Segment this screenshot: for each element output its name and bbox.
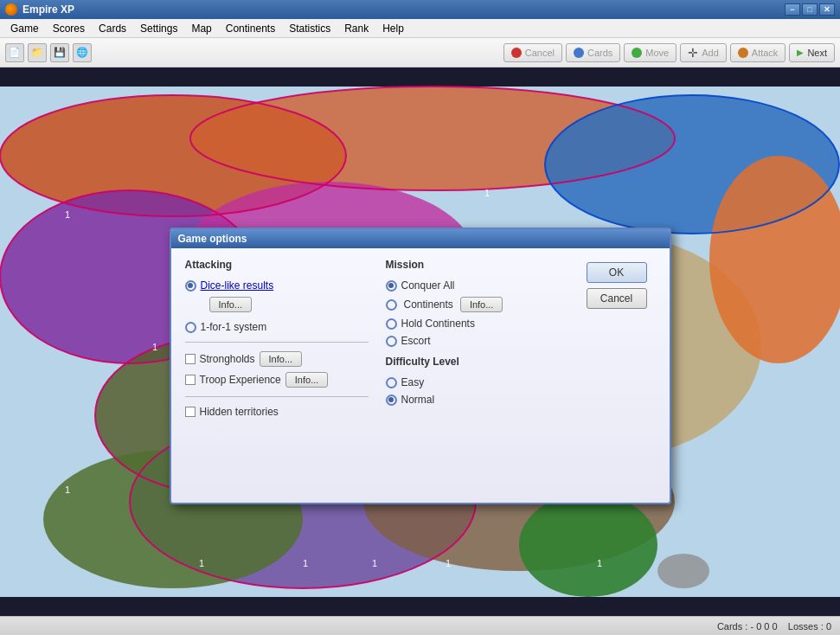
normal-row: Normal	[386, 394, 569, 406]
cards-icon	[574, 48, 584, 58]
continents-radio[interactable]	[386, 299, 397, 311]
cards-label: Cards :	[717, 621, 747, 632]
hidden-territories-checkbox[interactable]	[185, 407, 196, 417]
strongholds-info-button[interactable]: Info...	[260, 351, 303, 367]
strongholds-label: Strongholds	[200, 353, 255, 365]
one-for-one-row: 1-for-1 system	[185, 321, 369, 333]
info-icon[interactable]: 🌐	[73, 43, 92, 62]
troop-exp-label: Troop Experience	[200, 374, 281, 386]
hidden-territories-label: Hidden territories	[200, 406, 279, 418]
menu-item-settings[interactable]: Settings	[133, 21, 184, 36]
normal-radio[interactable]	[386, 394, 397, 406]
new-game-icon[interactable]: 📄	[5, 43, 24, 62]
easy-label: Easy	[401, 376, 425, 388]
maximize-button[interactable]: □	[802, 3, 818, 16]
open-icon[interactable]: 📁	[28, 43, 47, 62]
escort-row: Escort	[386, 335, 569, 347]
menu-item-game[interactable]: Game	[3, 21, 46, 36]
ok-button[interactable]: OK	[587, 262, 647, 283]
menu-item-continents[interactable]: Continents	[219, 21, 282, 36]
app-title: Empire XP	[22, 3, 74, 16]
dice-like-radio[interactable]	[185, 280, 196, 292]
save-icon[interactable]: 💾	[50, 43, 69, 62]
menu-item-statistics[interactable]: Statistics	[282, 21, 337, 36]
statusbar: Cards : - 0 0 0 Losses : 0	[0, 616, 840, 635]
attack-button[interactable]: Attack	[730, 43, 786, 62]
dialog-buttons-panel: OK Cancel	[587, 259, 656, 423]
dice-like-row: Dice-like results	[185, 279, 369, 292]
continents-label: Continents	[404, 298, 453, 311]
dice-info-row: Info...	[185, 297, 369, 312]
dialog-titlebar: Game options	[171, 229, 670, 248]
map-area: 1 1 1 1 1 1 1 1 1 1 1 1 1 1 1 Game optio…	[0, 67, 840, 616]
dialog-content: Attacking Dice-like results Info... 1-fo…	[171, 248, 670, 433]
losses-label: Losses :	[788, 621, 824, 632]
close-button[interactable]: ✕	[819, 3, 835, 16]
dialog-overlay: Game options Attacking Dice-like results…	[0, 135, 840, 597]
titlebar-left: Empire XP	[5, 3, 74, 16]
easy-row: Easy	[386, 376, 569, 388]
menu-item-help[interactable]: Help	[375, 21, 411, 36]
one-for-one-label: 1-for-1 system	[201, 321, 267, 333]
toolbar: 📄 📁 💾 🌐 Cancel Cards Move ✛ Add Attack ▶…	[0, 38, 840, 67]
menu-item-cards[interactable]: Cards	[92, 21, 133, 36]
cancel-dialog-button[interactable]: Cancel	[587, 288, 647, 309]
add-button[interactable]: ✛ Add	[680, 43, 727, 62]
next-icon: ▶	[797, 48, 804, 57]
hold-continents-radio[interactable]	[386, 318, 397, 330]
titlebar-buttons: − □ ✕	[785, 3, 835, 16]
difficulty-section: Difficulty Level Easy Normal	[386, 356, 569, 406]
mission-title: Mission	[386, 259, 569, 271]
dice-info-button[interactable]: Info...	[209, 297, 253, 312]
menu-item-rank[interactable]: Rank	[337, 21, 375, 36]
cards-value: - 0 0 0	[750, 621, 777, 632]
attack-icon	[738, 48, 748, 58]
minimize-button[interactable]: −	[785, 3, 800, 16]
move-icon	[632, 48, 642, 58]
escort-radio[interactable]	[386, 336, 397, 347]
strongholds-checkbox[interactable]	[185, 354, 196, 364]
strongholds-row: Strongholds Info...	[185, 351, 369, 367]
menubar: GameScoresCardsSettingsMapContinentsStat…	[0, 19, 840, 38]
hidden-territories-row: Hidden territories	[185, 406, 369, 418]
escort-label: Escort	[401, 335, 431, 347]
move-button[interactable]: Move	[624, 43, 676, 62]
mission-info-button[interactable]: Info...	[460, 297, 503, 312]
normal-label: Normal	[401, 394, 435, 406]
add-icon: ✛	[688, 46, 698, 60]
dice-like-label: Dice-like results	[201, 279, 274, 292]
hold-continents-row: Hold Continents	[386, 318, 569, 330]
troop-exp-checkbox[interactable]	[185, 375, 196, 385]
menu-item-map[interactable]: Map	[184, 21, 218, 36]
difficulty-title: Difficulty Level	[386, 356, 569, 368]
conquer-all-radio[interactable]	[386, 280, 397, 292]
attacking-panel: Attacking Dice-like results Info... 1-fo…	[185, 259, 369, 423]
cancel-icon	[511, 48, 522, 58]
next-button[interactable]: ▶ Next	[789, 43, 835, 62]
easy-radio[interactable]	[386, 377, 397, 388]
app-icon	[5, 3, 17, 16]
losses-value: 0	[826, 621, 831, 632]
hold-continents-label: Hold Continents	[401, 318, 475, 330]
conquer-all-row: Conquer All	[386, 279, 569, 292]
menu-item-scores[interactable]: Scores	[46, 21, 92, 36]
mission-panel: Mission Conquer All Continents Info... H…	[386, 259, 569, 423]
troop-exp-row: Troop Experience Info...	[185, 372, 369, 388]
cards-toolbar-button[interactable]: Cards	[566, 43, 620, 62]
conquer-all-label: Conquer All	[401, 279, 455, 292]
titlebar: Empire XP − □ ✕	[0, 0, 840, 19]
troop-exp-info-button[interactable]: Info...	[285, 372, 329, 388]
game-options-dialog: Game options Attacking Dice-like results…	[170, 228, 671, 504]
cancel-button[interactable]: Cancel	[503, 43, 562, 62]
one-for-one-radio[interactable]	[185, 322, 196, 333]
attacking-title: Attacking	[185, 259, 369, 271]
